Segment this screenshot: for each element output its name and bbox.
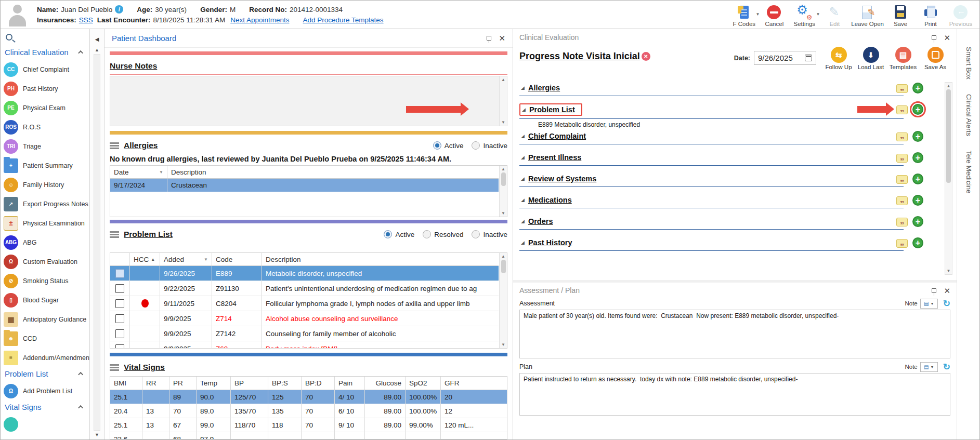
section-heading[interactable]: ◢ Medications <box>519 195 578 205</box>
scroll-up-icon[interactable]: ▲ <box>501 254 505 259</box>
sidebar-item[interactable]: Ω Add Problem List <box>1 381 89 401</box>
sidebar-item[interactable]: ≡ Addendum/Amendments <box>1 348 89 367</box>
assessment-textarea[interactable]: Male patient of 30 year(s) old. Items fo… <box>519 310 950 358</box>
sidebar-item[interactable]: ☺ Family History <box>1 175 89 194</box>
radio-option[interactable]: Active <box>384 230 414 238</box>
vs-column-header[interactable]: PR <box>169 377 197 390</box>
scrollbar-thumb[interactable] <box>501 172 506 186</box>
scroll-up-icon[interactable]: ▲ <box>501 167 505 171</box>
scroll-down-icon[interactable]: ▼ <box>501 120 505 125</box>
progress-note-title[interactable]: Progress Note Visita Inicial <box>519 51 640 62</box>
add-section-item-button[interactable]: + <box>912 83 923 94</box>
problem-row[interactable]: 9/9/2025 Z714 Alcohol abuse counseling a… <box>110 311 499 326</box>
vital-signs-row[interactable]: 20.4137089.0135/70135706/ 1089.00100.00%… <box>110 404 507 418</box>
vs-column-header[interactable]: BP <box>231 377 268 390</box>
scroll-up-icon[interactable]: ▲ <box>95 47 99 52</box>
problem-row[interactable]: 9/26/2025 E889 Metabolic disorder, unspe… <box>110 266 499 281</box>
dropdown-caret-icon[interactable]: ▼ <box>755 12 760 17</box>
column-header-date[interactable]: Date ▼ <box>110 166 167 178</box>
note-format-dropdown[interactable]: ▤▼ <box>920 299 938 309</box>
scrollbar[interactable]: ▲ ▼ <box>499 76 507 126</box>
vs-column-header[interactable]: Pain <box>335 377 365 390</box>
scrollbar[interactable]: ▲ ▼ <box>499 253 507 348</box>
close-icon[interactable]: ✕ <box>944 34 950 42</box>
expand-triangle-icon[interactable]: ◢ <box>521 85 525 90</box>
add-section-item-button[interactable]: + <box>912 195 923 206</box>
vs-column-header[interactable]: GFR <box>441 377 507 390</box>
scrollbar[interactable]: ▲ ▼ <box>945 82 952 275</box>
expand-triangle-icon[interactable]: ◢ <box>521 155 525 160</box>
quick-text-icon[interactable]: ,, <box>896 154 908 163</box>
add-section-item-button[interactable]: + <box>912 152 923 163</box>
expand-triangle-icon[interactable]: ◢ <box>521 197 525 203</box>
nurse-notes-textarea[interactable]: ▲ ▼ <box>110 76 507 126</box>
pin-icon[interactable] <box>932 288 936 293</box>
section-heading[interactable]: ◢ Past History <box>519 237 579 248</box>
next-appointments-link[interactable]: Next Appointments <box>230 16 289 24</box>
vs-column-header[interactable]: Glucose <box>365 377 406 390</box>
vs-column-header[interactable]: BMI <box>110 377 142 390</box>
note-action-button[interactable]: ▤ Templates <box>888 47 918 70</box>
filter-caret-icon[interactable]: ▼ <box>159 170 163 175</box>
sidebar-item[interactable]: ± Physical Examination <box>1 214 89 233</box>
scroll-down-icon[interactable]: ▼ <box>95 432 99 437</box>
toolbar-button[interactable]: ▼ F Codes <box>730 5 757 27</box>
vs-column-header[interactable]: BP:D <box>302 377 335 390</box>
sidebar-group-vital-signs[interactable]: Vital Signs <box>1 401 89 415</box>
add-section-item-button[interactable]: + <box>912 174 923 184</box>
expand-triangle-icon[interactable]: ◢ <box>521 176 525 181</box>
section-heading[interactable]: ◢ Chief Complaint <box>519 131 592 141</box>
pin-icon[interactable] <box>487 36 491 41</box>
toolbar-button[interactable]: ▼ Print <box>917 5 944 27</box>
row-checkbox[interactable] <box>115 284 124 293</box>
add-section-item-button[interactable]: + <box>912 131 923 142</box>
quick-text-icon[interactable]: ,, <box>896 175 908 184</box>
note-action-button[interactable]: Save As <box>920 47 950 70</box>
scrollbar-thumb[interactable] <box>946 89 951 183</box>
radio-option[interactable]: Inactive <box>472 230 507 238</box>
row-checkbox[interactable] <box>115 329 124 338</box>
vs-column-header[interactable]: BP:S <box>268 377 302 390</box>
scroll-down-icon[interactable]: ▼ <box>947 269 951 273</box>
section-heading[interactable]: ◢ Allergies <box>519 83 566 93</box>
column-header-code[interactable]: Code <box>212 253 262 265</box>
toolbar-button[interactable]: ▼ Edit <box>821 5 848 27</box>
toolbar-button[interactable]: ▼ Previous <box>947 5 974 27</box>
side-tab[interactable]: Clinical Alerts <box>965 94 973 136</box>
collapse-chevron-icon[interactable] <box>78 50 83 56</box>
sidebar-item[interactable]: PH Past History <box>1 79 89 98</box>
vital-signs-row[interactable]: 23.66897.9 <box>110 432 507 439</box>
sidebar-item[interactable]: ▯ Blood Sugar <box>1 290 89 310</box>
scroll-up-icon[interactable]: ▲ <box>501 77 505 82</box>
quick-text-icon[interactable]: ,, <box>896 218 908 226</box>
quick-text-icon[interactable]: ,, <box>896 84 908 93</box>
filter-caret-icon[interactable]: ▼ <box>204 257 208 262</box>
sidebar-item[interactable]: Ω Custom Evaluation <box>1 252 89 271</box>
side-tab[interactable]: Smart Box <box>965 47 973 79</box>
menu-icon[interactable] <box>110 364 119 371</box>
sidebar-item[interactable]: PE Physical Exam <box>1 98 89 117</box>
sidebar-item[interactable] <box>1 415 89 434</box>
sidebar-item[interactable]: CC Chief Complaint <box>1 60 89 79</box>
problem-row[interactable]: 9/9/2025 Z68 Body mass index [BMI] <box>110 341 499 349</box>
problem-row[interactable]: 9/9/2025 Z7142 Counseling for family mem… <box>110 326 499 341</box>
menu-icon[interactable] <box>110 231 119 238</box>
section-heading[interactable]: ◢ Problem List <box>519 103 582 116</box>
sidebar-item[interactable]: TRI Triage <box>1 137 89 156</box>
scroll-up-icon[interactable]: ▲ <box>947 84 951 88</box>
section-heading[interactable]: ◢ Orders <box>519 216 559 226</box>
collapse-sidebar-icon[interactable]: ◀ <box>95 36 99 42</box>
row-checkbox[interactable] <box>115 269 124 278</box>
row-checkbox[interactable] <box>115 344 124 349</box>
calendar-icon[interactable] <box>805 55 812 61</box>
quick-text-icon[interactable]: ,, <box>896 196 908 205</box>
toolbar-button[interactable]: ▼ Settings <box>791 5 818 27</box>
scrollbar-track[interactable] <box>94 54 100 431</box>
row-checkbox[interactable] <box>115 299 124 308</box>
section-heading[interactable]: ◢ Review of Systems <box>519 174 603 184</box>
expand-triangle-icon[interactable]: ◢ <box>521 134 525 139</box>
sidebar-item[interactable]: ▦ Anticipatory Guidance <box>1 310 89 329</box>
radio-option[interactable]: Resolved <box>423 230 463 238</box>
vs-column-header[interactable]: SpO2 <box>406 377 441 390</box>
vs-column-header[interactable]: RR <box>142 377 169 390</box>
